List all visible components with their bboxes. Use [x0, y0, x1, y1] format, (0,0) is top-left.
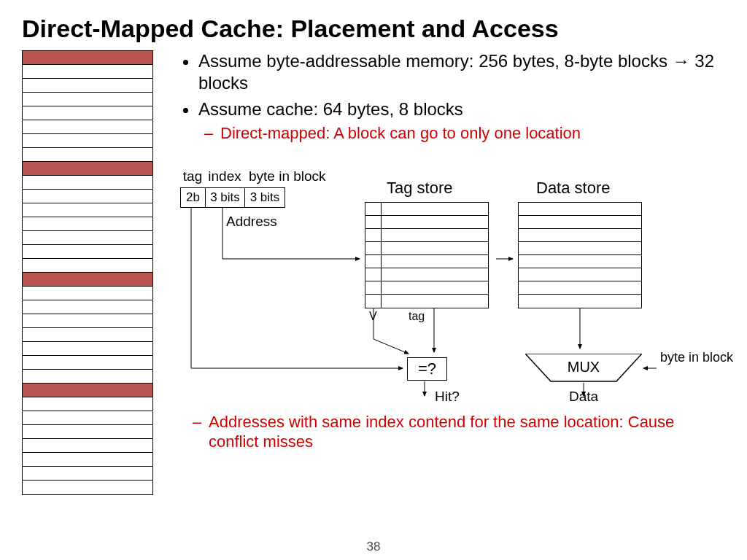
memory-row — [23, 273, 152, 287]
memory-row — [23, 79, 152, 93]
memory-row — [23, 120, 152, 134]
hit-label: Hit? — [435, 389, 460, 405]
memory-row — [23, 411, 152, 425]
tagstore-row — [365, 216, 488, 229]
tagstore-row — [365, 229, 488, 242]
addr-label-tag: tag — [180, 168, 205, 184]
memory-row — [23, 148, 152, 162]
tagstore-title: Tag store — [387, 179, 453, 198]
page-number: 38 — [0, 540, 747, 554]
datastore-title: Data store — [536, 179, 611, 198]
datastore-row — [519, 229, 641, 242]
content-row: Assume byte-addressable memory: 256 byte… — [22, 50, 725, 495]
memory-row — [23, 65, 152, 79]
memory-row — [23, 300, 152, 314]
tagstore-row — [365, 203, 488, 216]
datastore-row — [519, 255, 641, 268]
tagstore-row — [365, 242, 488, 255]
memory-row — [23, 231, 152, 245]
right-column: Assume byte-addressable memory: 256 byte… — [175, 50, 725, 495]
datastore-row — [519, 242, 641, 255]
memory-row — [23, 481, 152, 494]
memory-row — [23, 190, 152, 203]
memory-row — [23, 287, 152, 300]
memory-row — [23, 134, 152, 148]
memory-row — [23, 93, 152, 106]
diagram-area: tag index byte in block 2b 3 bits 3 bits… — [175, 157, 725, 448]
memory-row — [23, 203, 152, 217]
memory-row — [23, 217, 152, 231]
tagstore-row — [365, 295, 488, 308]
memory-row — [23, 467, 152, 481]
datastore-table — [518, 202, 642, 308]
datastore-row — [519, 216, 641, 229]
addr-label-byte: byte in block — [244, 168, 332, 184]
memory-row — [23, 328, 152, 342]
tagstore-row — [365, 281, 488, 295]
comparator-box: =? — [407, 357, 447, 381]
addr-cell-tag: 2b — [181, 188, 206, 207]
memory-row — [23, 384, 152, 397]
mux: MUX — [525, 354, 642, 386]
tagstore-table — [365, 202, 489, 308]
memory-row — [23, 397, 152, 411]
byte-in-block-label: byte in block — [660, 350, 733, 365]
memory-row — [23, 176, 152, 190]
bottom-note: Addresses with same index contend for th… — [209, 412, 705, 452]
arrow-icon: → — [673, 51, 690, 71]
address-title: Address — [226, 214, 277, 230]
memory-row — [23, 259, 152, 273]
datastore-row — [519, 268, 641, 281]
memory-row — [23, 453, 152, 467]
addr-label-index: index — [205, 168, 244, 184]
memory-row — [23, 314, 152, 328]
bullet-1-pre: Assume byte-addressable memory: 256 byte… — [198, 51, 673, 71]
tagstore-tag-label: tag — [409, 310, 425, 323]
memory-row — [23, 162, 152, 176]
memory-row — [23, 342, 152, 356]
data-out-label: Data — [569, 389, 598, 405]
addr-cell-index: 3 bits — [206, 188, 245, 207]
datastore-row — [519, 203, 641, 216]
addr-cell-byte: 3 bits — [245, 188, 285, 207]
memory-row — [23, 245, 152, 259]
bullet-2-text: Assume cache: 64 bytes, 8 blocks — [198, 99, 463, 119]
datastore-row — [519, 295, 641, 308]
memory-row — [23, 356, 152, 370]
memory-row — [23, 370, 152, 384]
mux-shape: MUX — [525, 354, 642, 383]
memory-row — [23, 439, 152, 453]
slide-title: Direct-Mapped Cache: Placement and Acces… — [22, 15, 725, 43]
tagstore-row — [365, 255, 488, 268]
bullet-list: Assume byte-addressable memory: 256 byte… — [182, 50, 725, 144]
memory-row — [23, 106, 152, 120]
memory-column — [22, 50, 153, 495]
memory-row — [23, 51, 152, 65]
tagstore-v-label: V — [369, 310, 377, 323]
bullet-1: Assume byte-addressable memory: 256 byte… — [198, 50, 725, 94]
address-box: 2b 3 bits 3 bits — [180, 187, 285, 208]
datastore-row — [519, 281, 641, 295]
tagstore-row — [365, 268, 488, 281]
mux-label: MUX — [568, 359, 600, 375]
sub-bullet-1: Direct-mapped: A block can go to only on… — [220, 123, 725, 144]
memory-row — [23, 425, 152, 439]
sub-bullet-list: Direct-mapped: A block can go to only on… — [198, 123, 725, 144]
bullet-2: Assume cache: 64 bytes, 8 blocks Direct-… — [198, 98, 725, 144]
